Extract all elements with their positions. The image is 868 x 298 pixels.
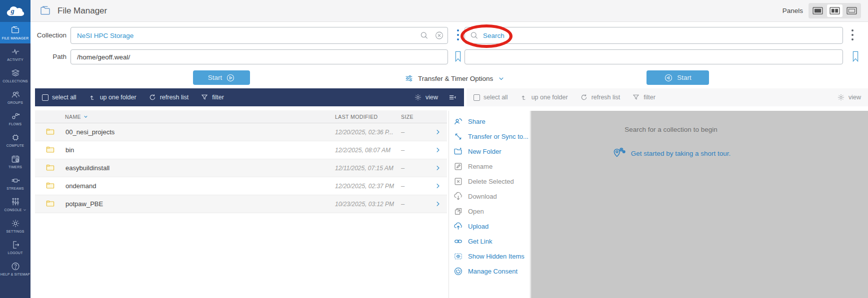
menu-item-transfer-sync[interactable]: Transfer or Sync to... bbox=[449, 129, 530, 144]
menu-item-open[interactable]: Open bbox=[449, 204, 530, 219]
action-menu: Share Transfer or Sync to... New Folder … bbox=[448, 111, 530, 298]
column-last-modified[interactable]: LAST MODIFIED bbox=[335, 114, 401, 120]
download-icon bbox=[454, 192, 463, 201]
right-kebab-menu-icon[interactable] bbox=[850, 28, 856, 42]
folder-icon bbox=[45, 181, 56, 191]
flows-icon bbox=[10, 111, 20, 121]
menu-item-manage-consent[interactable]: Manage Consent bbox=[449, 264, 530, 279]
eye-icon bbox=[454, 252, 463, 261]
right-search-field bbox=[464, 27, 843, 44]
table-row[interactable]: easybuildinstall 12/11/2025, 07:15 AM – bbox=[35, 159, 447, 177]
right-path-field bbox=[464, 49, 843, 64]
menu-item-download[interactable]: Download bbox=[449, 189, 530, 204]
table-row[interactable]: 00_nesi_projects 12/20/2025, 02:36 P... … bbox=[35, 123, 447, 141]
sidebar-item-flows[interactable]: FLOWS bbox=[0, 108, 30, 129]
gear-icon bbox=[837, 93, 845, 101]
path-field bbox=[70, 49, 448, 64]
panels-switcher: Panels bbox=[782, 3, 861, 18]
column-size[interactable]: SIZE bbox=[401, 114, 428, 120]
help-icon bbox=[10, 262, 20, 271]
delete-icon bbox=[454, 177, 463, 186]
sidebar-item-help-sitemap[interactable]: HELP & SITEMAP bbox=[0, 258, 30, 280]
clear-icon[interactable] bbox=[434, 31, 444, 40]
refresh-list-button[interactable]: refresh list bbox=[580, 93, 620, 101]
bookmark-icon[interactable] bbox=[453, 50, 463, 63]
view-button[interactable]: view bbox=[837, 93, 861, 101]
select-all-button[interactable]: select all bbox=[474, 94, 508, 101]
row-chevron-icon[interactable] bbox=[428, 128, 447, 136]
menu-item-upload[interactable]: Upload bbox=[449, 219, 530, 234]
checkbox-icon[interactable] bbox=[42, 94, 48, 101]
panel-layout-group bbox=[808, 3, 861, 18]
page-title-text: File Manager bbox=[58, 6, 107, 16]
globus-file-manager-app: g File Manager Panels bbox=[0, 0, 868, 298]
tour-link[interactable]: Get started by taking a short tour. bbox=[531, 147, 811, 160]
select-all-button[interactable]: select all bbox=[42, 94, 76, 101]
sidebar-item-timers[interactable]: TIMERS bbox=[0, 151, 30, 172]
refresh-icon bbox=[580, 93, 588, 101]
gear-icon bbox=[10, 219, 20, 228]
collapse-panel-icon[interactable] bbox=[448, 93, 457, 102]
filter-button[interactable]: filter bbox=[200, 93, 224, 101]
menu-item-delete-selected[interactable]: Delete Selected bbox=[449, 174, 530, 189]
view-button[interactable]: view bbox=[414, 93, 438, 101]
sidebar-item-file-manager[interactable]: FILE MANAGER bbox=[0, 22, 30, 43]
refresh-list-button[interactable]: refresh list bbox=[148, 93, 189, 101]
sidebar-item-settings[interactable]: SETTINGS bbox=[0, 215, 30, 237]
svg-text:g: g bbox=[10, 6, 14, 14]
link-icon bbox=[454, 237, 463, 246]
menu-item-get-link[interactable]: Get Link bbox=[449, 234, 530, 249]
panels-label: Panels bbox=[782, 7, 803, 14]
column-name[interactable]: NAME bbox=[45, 114, 81, 120]
checkbox-icon[interactable] bbox=[474, 94, 480, 101]
menu-item-rename[interactable]: Rename bbox=[449, 159, 530, 174]
collection-field bbox=[70, 27, 448, 44]
up-one-folder-button[interactable]: up one folder bbox=[88, 93, 136, 101]
compute-icon bbox=[10, 133, 20, 142]
menu-item-show-hidden[interactable]: Show Hidden Items bbox=[449, 249, 530, 264]
filter-button[interactable]: filter bbox=[632, 93, 656, 101]
transfer-timer-options[interactable]: Transfer & Timer Options bbox=[404, 72, 505, 85]
row-chevron-icon[interactable] bbox=[428, 164, 447, 172]
sidebar-item-logout[interactable]: LOGOUT bbox=[0, 237, 30, 258]
start-transfer-right-button[interactable]: Start bbox=[646, 70, 709, 85]
sidebar-item-activity[interactable]: ACTIVITY bbox=[0, 43, 30, 65]
single-outline-panel-icon[interactable] bbox=[844, 4, 860, 17]
sidebar-item-streams[interactable]: STREAMS bbox=[0, 172, 30, 194]
up-one-folder-icon bbox=[520, 93, 528, 101]
filter-icon bbox=[632, 93, 640, 101]
sidebar-item-collections[interactable]: COLLECTIONS bbox=[0, 65, 30, 86]
sidebar-item-compute[interactable]: COMPUTE bbox=[0, 129, 30, 151]
globus-logo[interactable]: g bbox=[0, 0, 30, 22]
sliders-icon bbox=[404, 74, 414, 83]
collection-label: Collection bbox=[34, 31, 66, 39]
right-path-input[interactable] bbox=[464, 49, 843, 64]
table-row[interactable]: potpaw_PBE 10/23/2025, 03:12 PM – bbox=[35, 195, 447, 213]
search-input[interactable] bbox=[464, 27, 843, 44]
sort-chevron-icon[interactable] bbox=[83, 114, 88, 119]
menu-item-share[interactable]: Share bbox=[449, 114, 530, 129]
row-chevron-icon[interactable] bbox=[428, 200, 447, 208]
row-chevron-icon[interactable] bbox=[428, 182, 447, 190]
folder-icon bbox=[38, 5, 52, 17]
path-input[interactable] bbox=[70, 49, 448, 64]
right-bookmark-icon[interactable] bbox=[850, 50, 860, 63]
activity-icon bbox=[10, 47, 20, 56]
sidebar-item-groups[interactable]: GROUPS bbox=[0, 86, 30, 108]
up-one-folder-button[interactable]: up one folder bbox=[520, 93, 568, 101]
upload-icon bbox=[454, 222, 463, 231]
collection-kebab-menu-icon[interactable] bbox=[455, 28, 461, 42]
menu-item-new-folder[interactable]: New Folder bbox=[449, 144, 530, 159]
groups-icon bbox=[10, 90, 20, 99]
table-row[interactable]: bin 12/2/2025, 08:07 AM – bbox=[35, 141, 447, 159]
top-bar: File Manager Panels bbox=[30, 0, 868, 22]
search-icon[interactable] bbox=[420, 31, 429, 40]
start-transfer-left-button[interactable]: Start bbox=[193, 70, 250, 85]
one-panel-icon[interactable] bbox=[810, 4, 826, 17]
row-chevron-icon[interactable] bbox=[428, 146, 447, 154]
collection-input[interactable] bbox=[70, 27, 448, 44]
empty-state-title: Search for a collection to begin bbox=[531, 126, 811, 133]
sidebar-item-console[interactable]: CONSOLE bbox=[0, 194, 30, 215]
two-panel-icon[interactable] bbox=[827, 4, 842, 17]
table-row[interactable]: ondemand 12/20/2025, 02:37 PM – bbox=[35, 177, 447, 195]
